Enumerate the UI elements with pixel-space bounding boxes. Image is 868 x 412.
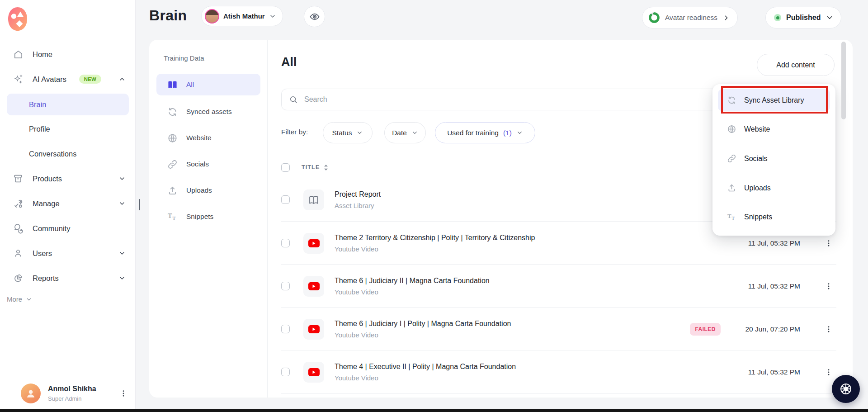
asset-library-icon [303,189,324,210]
sidebar-resize-handle[interactable] [139,199,140,210]
menu-item-website[interactable]: Website [718,118,830,140]
sidebar-more[interactable]: More [7,295,32,303]
row-kebab-icon[interactable] [824,281,834,292]
chevron-down-icon[interactable] [118,275,126,282]
user-role: Super Admin [48,395,112,402]
training-nav-synced-assets[interactable]: Synced assets [156,101,260,123]
menu-item-label: Snippets [744,213,772,221]
menu-item-label: Socials [744,155,768,163]
row-checkbox[interactable] [281,195,290,204]
globe-fab-button[interactable] [832,375,860,403]
training-nav-label: All [186,81,194,89]
training-nav-website[interactable]: Website [156,127,260,149]
training-nav-socials[interactable]: Socials [156,153,260,175]
chevron-down-icon [516,129,523,136]
sidebar-item-users[interactable]: Users [0,242,136,264]
link-icon [726,154,736,164]
chevron-down-icon[interactable] [118,200,126,207]
filter-status[interactable]: Status [323,122,373,143]
sidebar-item-label: Brain [29,100,47,109]
menu-item-uploads[interactable]: Uploads [718,177,830,199]
row-date: 11 Jul, 05:32 PM [732,368,800,376]
training-nav-snippets[interactable]: TT Snippets [156,206,260,227]
training-nav-label: Website [186,134,212,142]
window-edge-bar [0,409,868,412]
avatar-selector[interactable]: Atish Mathur [201,6,283,26]
sidebar-item-home[interactable]: Home [0,43,136,65]
chevron-up-icon[interactable] [118,76,126,83]
sidebar-item-brain[interactable]: Brain [7,94,129,115]
filter-label: Date [392,129,407,137]
filter-label: Status [332,129,352,137]
app-root: Home AI Avatars NEW Brain Profile Conver… [0,0,868,412]
row-date: 20 Jun, 07:20 PM [732,325,800,333]
link-icon [167,159,178,170]
chevron-down-icon[interactable] [118,175,126,182]
row-kebab-icon[interactable] [824,324,834,335]
training-nav-label: Snippets [186,213,213,221]
menu-item-sync-asset-library[interactable]: Sync Asset Library [718,89,830,111]
sort-icon[interactable] [323,164,329,171]
row-title: Theme 6 | Judiciary II | Magna Carta Fou… [335,277,732,285]
youtube-icon [303,319,324,340]
preview-eye-button[interactable] [304,6,325,27]
row-subtitle: Asset Library [335,202,732,209]
row-checkbox[interactable] [281,368,290,376]
sidebar-item-label: Profile [29,125,50,133]
publish-status-dropdown[interactable]: Published [765,7,841,28]
current-user[interactable]: Anmol Shikha Super Admin [0,378,136,409]
row-subtitle: Youtube Video [335,288,732,296]
sidebar-item-reports[interactable]: Reports [0,267,136,289]
row-divider [281,393,836,394]
brand-logo[interactable] [7,6,28,32]
user-name: Anmol Shikha [48,385,112,393]
upload-icon [726,183,736,193]
globe-wireframe-icon [839,382,853,396]
sidebar-item-label: AI Avatars [33,75,66,84]
sidebar-item-conversations[interactable]: Conversations [0,143,136,165]
table-row[interactable]: Theme 6 | Judiciary II | Magna Carta Fou… [281,265,836,308]
sidebar-item-manage[interactable]: Manage [0,193,136,214]
training-data-section-label: Training Data [164,54,204,62]
row-checkbox[interactable] [281,282,290,290]
tools-icon [13,198,24,209]
chevron-down-icon [269,13,276,20]
avatar-readiness-button[interactable]: Avatar readiness [642,7,738,28]
chevron-down-icon [26,296,32,303]
chevron-down-icon [826,14,834,22]
filter-date[interactable]: Date [384,122,426,143]
filter-used-for-training[interactable]: Used for training (1) [435,122,535,143]
add-content-button[interactable]: Add content [757,54,835,76]
sync-icon [167,107,178,117]
pie-chart-icon [13,273,24,284]
training-nav-all[interactable]: All [156,74,260,95]
row-kebab-icon[interactable] [824,238,834,249]
select-all-checkbox[interactable] [281,163,290,172]
sidebar-item-community[interactable]: Community [0,218,136,239]
row-subtitle: Youtube Video [335,245,732,253]
home-icon [13,49,24,60]
sidebar-item-ai-avatars[interactable]: AI Avatars NEW [0,68,136,90]
row-checkbox[interactable] [281,325,290,333]
svg-text:T: T [727,213,731,219]
sidebar-item-label: Home [33,50,52,59]
menu-item-socials[interactable]: Socials [718,147,830,170]
sidebar-item-products[interactable]: Products [0,168,136,189]
sync-icon [726,95,736,105]
scrollbar-thumb[interactable] [841,42,846,119]
row-checkbox[interactable] [281,239,290,247]
table-row[interactable]: Theme 6 | Judiciary I | Polity | Magna C… [281,308,836,350]
chevron-down-icon [411,129,418,136]
more-label: More [7,295,22,303]
kebab-menu-icon[interactable] [119,389,127,398]
sidebar-item-profile[interactable]: Profile [0,118,136,140]
filter-count: (1) [503,129,512,137]
sidebar: Home AI Avatars NEW Brain Profile Conver… [0,0,136,409]
row-kebab-icon[interactable] [824,367,834,378]
menu-item-snippets[interactable]: TT Snippets [718,206,830,228]
chevron-down-icon[interactable] [118,250,126,257]
table-row[interactable]: Theme 4 | Executive II | Polity | Magna … [281,350,836,393]
upload-icon [167,185,178,196]
text-snippet-icon: TT [726,212,736,222]
training-nav-uploads[interactable]: Uploads [156,180,260,201]
